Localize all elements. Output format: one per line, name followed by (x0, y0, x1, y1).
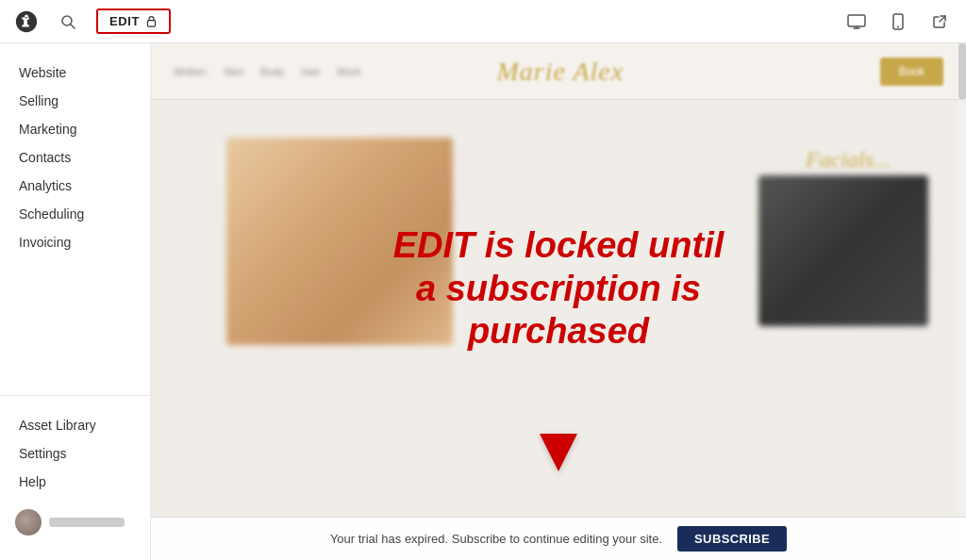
bottom-bar: Your trial has expired. Subscribe to con… (151, 517, 966, 560)
topbar-right (843, 8, 953, 35)
app-logo[interactable] (13, 8, 40, 35)
preview-header: Written Skin Body Hair Work Marie Alex B… (151, 43, 966, 100)
sidebar-item-scheduling[interactable]: Scheduling (0, 200, 150, 228)
sidebar-item-contacts[interactable]: Contacts (0, 143, 150, 172)
svg-rect-2 (148, 21, 156, 27)
sidebar-item-marketing[interactable]: Marketing (0, 115, 150, 143)
svg-line-1 (71, 25, 75, 28)
nav-work: Work (337, 66, 360, 77)
svg-rect-3 (848, 15, 865, 26)
content-area: Written Skin Body Hair Work Marie Alex B… (151, 43, 966, 560)
preview-image-right (758, 175, 928, 326)
scrollbar-track[interactable] (958, 43, 966, 560)
sidebar-item-website[interactable]: Website (0, 58, 150, 87)
sidebar-bottom: Asset Library Settings Help (0, 395, 150, 545)
preview-facial-text: Facials... (806, 147, 891, 173)
lock-icon (145, 15, 158, 27)
search-button[interactable] (55, 8, 81, 35)
sidebar-item-asset-library[interactable]: Asset Library (0, 411, 150, 439)
sidebar-item-analytics[interactable]: Analytics (0, 172, 150, 200)
sidebar-user (0, 500, 150, 545)
sidebar-nav: Website Selling Marketing Contacts Analy… (0, 58, 150, 395)
nav-skin: Skin (224, 66, 243, 77)
sidebar-item-settings[interactable]: Settings (0, 439, 150, 468)
edit-label: EDIT (109, 14, 140, 28)
avatar (15, 509, 42, 535)
external-link-button[interactable] (926, 8, 953, 35)
username-label (49, 518, 125, 527)
svg-point-7 (897, 25, 899, 27)
preview-brand-name: Marie Alex (497, 57, 625, 87)
sidebar-item-help[interactable]: Help (0, 468, 150, 496)
preview-cta: Book (880, 58, 943, 86)
edit-button[interactable]: EDIT (96, 8, 171, 34)
sidebar: Website Selling Marketing Contacts Analy… (0, 43, 151, 560)
topbar: EDIT (0, 0, 966, 43)
website-preview: Written Skin Body Hair Work Marie Alex B… (151, 43, 966, 560)
main-layout: Website Selling Marketing Contacts Analy… (0, 43, 966, 560)
preview-nav: Written Skin Body Hair Work (174, 66, 361, 77)
trial-expired-message: Your trial has expired. Subscribe to con… (330, 532, 662, 546)
sidebar-item-invoicing[interactable]: Invoicing (0, 228, 150, 256)
preview-image-left (226, 138, 453, 345)
nav-written: Written (174, 66, 207, 77)
desktop-view-button[interactable] (843, 8, 870, 35)
mobile-view-button[interactable] (885, 8, 911, 35)
scrollbar-thumb[interactable] (958, 43, 966, 100)
subscribe-button[interactable]: SUBSCRIBE (677, 526, 787, 552)
nav-hair: Hair (301, 66, 320, 77)
nav-body: Body (260, 66, 284, 77)
preview-body: Facials... (151, 100, 966, 560)
sidebar-item-selling[interactable]: Selling (0, 87, 150, 115)
